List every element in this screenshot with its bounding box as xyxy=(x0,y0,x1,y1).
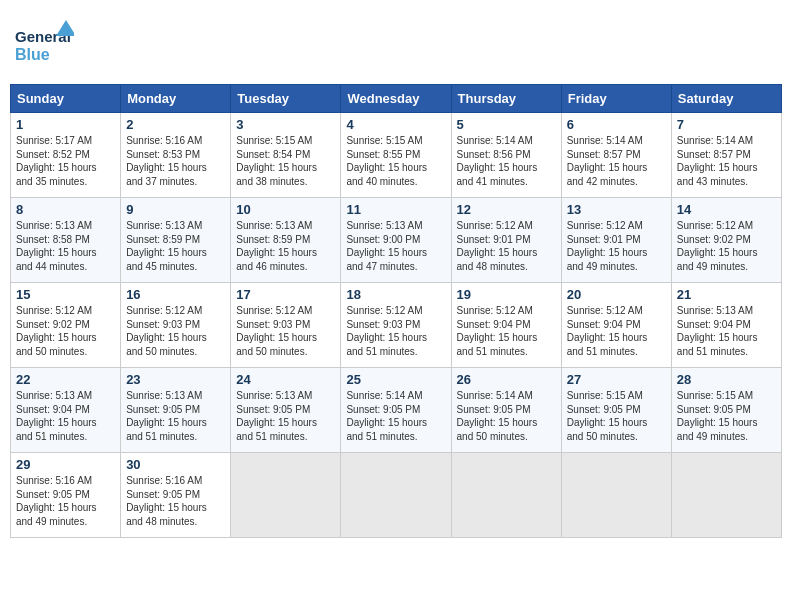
day-info: Sunrise: 5:13 AMSunset: 9:00 PMDaylight:… xyxy=(346,219,445,273)
calendar-cell: 24Sunrise: 5:13 AMSunset: 9:05 PMDayligh… xyxy=(231,368,341,453)
day-info: Sunrise: 5:12 AMSunset: 9:02 PMDaylight:… xyxy=(16,304,115,358)
day-number: 26 xyxy=(457,372,556,387)
day-info: Sunrise: 5:12 AMSunset: 9:03 PMDaylight:… xyxy=(346,304,445,358)
day-info: Sunrise: 5:17 AMSunset: 8:52 PMDaylight:… xyxy=(16,134,115,188)
svg-text:Blue: Blue xyxy=(15,46,50,63)
calendar-cell: 28Sunrise: 5:15 AMSunset: 9:05 PMDayligh… xyxy=(671,368,781,453)
day-info: Sunrise: 5:14 AMSunset: 9:05 PMDaylight:… xyxy=(457,389,556,443)
calendar-cell xyxy=(451,453,561,538)
day-number: 1 xyxy=(16,117,115,132)
calendar-cell: 3Sunrise: 5:15 AMSunset: 8:54 PMDaylight… xyxy=(231,113,341,198)
day-info: Sunrise: 5:13 AMSunset: 9:04 PMDaylight:… xyxy=(677,304,776,358)
day-info: Sunrise: 5:15 AMSunset: 8:54 PMDaylight:… xyxy=(236,134,335,188)
day-number: 5 xyxy=(457,117,556,132)
day-info: Sunrise: 5:13 AMSunset: 8:58 PMDaylight:… xyxy=(16,219,115,273)
day-info: Sunrise: 5:14 AMSunset: 9:05 PMDaylight:… xyxy=(346,389,445,443)
day-number: 30 xyxy=(126,457,225,472)
calendar-cell: 29Sunrise: 5:16 AMSunset: 9:05 PMDayligh… xyxy=(11,453,121,538)
day-info: Sunrise: 5:12 AMSunset: 9:02 PMDaylight:… xyxy=(677,219,776,273)
calendar-cell: 7Sunrise: 5:14 AMSunset: 8:57 PMDaylight… xyxy=(671,113,781,198)
day-info: Sunrise: 5:12 AMSunset: 9:03 PMDaylight:… xyxy=(126,304,225,358)
calendar-cell xyxy=(231,453,341,538)
page-header: General Blue xyxy=(10,10,782,76)
calendar-cell: 15Sunrise: 5:12 AMSunset: 9:02 PMDayligh… xyxy=(11,283,121,368)
day-info: Sunrise: 5:16 AMSunset: 9:05 PMDaylight:… xyxy=(16,474,115,528)
day-info: Sunrise: 5:13 AMSunset: 9:05 PMDaylight:… xyxy=(126,389,225,443)
day-number: 23 xyxy=(126,372,225,387)
day-number: 15 xyxy=(16,287,115,302)
header-monday: Monday xyxy=(121,85,231,113)
day-info: Sunrise: 5:14 AMSunset: 8:56 PMDaylight:… xyxy=(457,134,556,188)
day-number: 3 xyxy=(236,117,335,132)
day-info: Sunrise: 5:15 AMSunset: 8:55 PMDaylight:… xyxy=(346,134,445,188)
day-number: 29 xyxy=(16,457,115,472)
calendar-cell: 4Sunrise: 5:15 AMSunset: 8:55 PMDaylight… xyxy=(341,113,451,198)
calendar-cell: 10Sunrise: 5:13 AMSunset: 8:59 PMDayligh… xyxy=(231,198,341,283)
day-info: Sunrise: 5:13 AMSunset: 8:59 PMDaylight:… xyxy=(236,219,335,273)
day-info: Sunrise: 5:12 AMSunset: 9:04 PMDaylight:… xyxy=(457,304,556,358)
header-thursday: Thursday xyxy=(451,85,561,113)
logo: General Blue xyxy=(14,18,66,68)
day-number: 27 xyxy=(567,372,666,387)
logo-svg: General Blue xyxy=(14,18,74,73)
calendar-cell: 21Sunrise: 5:13 AMSunset: 9:04 PMDayligh… xyxy=(671,283,781,368)
calendar-cell: 1Sunrise: 5:17 AMSunset: 8:52 PMDaylight… xyxy=(11,113,121,198)
day-info: Sunrise: 5:15 AMSunset: 9:05 PMDaylight:… xyxy=(567,389,666,443)
day-info: Sunrise: 5:13 AMSunset: 9:05 PMDaylight:… xyxy=(236,389,335,443)
calendar-cell: 19Sunrise: 5:12 AMSunset: 9:04 PMDayligh… xyxy=(451,283,561,368)
calendar-header-row: SundayMondayTuesdayWednesdayThursdayFrid… xyxy=(11,85,782,113)
header-tuesday: Tuesday xyxy=(231,85,341,113)
day-number: 19 xyxy=(457,287,556,302)
day-info: Sunrise: 5:15 AMSunset: 9:05 PMDaylight:… xyxy=(677,389,776,443)
calendar-cell xyxy=(671,453,781,538)
day-info: Sunrise: 5:13 AMSunset: 9:04 PMDaylight:… xyxy=(16,389,115,443)
calendar-cell: 25Sunrise: 5:14 AMSunset: 9:05 PMDayligh… xyxy=(341,368,451,453)
day-number: 14 xyxy=(677,202,776,217)
calendar-cell: 12Sunrise: 5:12 AMSunset: 9:01 PMDayligh… xyxy=(451,198,561,283)
day-info: Sunrise: 5:16 AMSunset: 9:05 PMDaylight:… xyxy=(126,474,225,528)
day-number: 7 xyxy=(677,117,776,132)
calendar-cell xyxy=(561,453,671,538)
day-info: Sunrise: 5:16 AMSunset: 8:53 PMDaylight:… xyxy=(126,134,225,188)
day-info: Sunrise: 5:14 AMSunset: 8:57 PMDaylight:… xyxy=(677,134,776,188)
calendar-week-4: 22Sunrise: 5:13 AMSunset: 9:04 PMDayligh… xyxy=(11,368,782,453)
day-info: Sunrise: 5:13 AMSunset: 8:59 PMDaylight:… xyxy=(126,219,225,273)
calendar-week-2: 8Sunrise: 5:13 AMSunset: 8:58 PMDaylight… xyxy=(11,198,782,283)
day-info: Sunrise: 5:14 AMSunset: 8:57 PMDaylight:… xyxy=(567,134,666,188)
calendar-cell: 9Sunrise: 5:13 AMSunset: 8:59 PMDaylight… xyxy=(121,198,231,283)
day-info: Sunrise: 5:12 AMSunset: 9:01 PMDaylight:… xyxy=(457,219,556,273)
day-number: 9 xyxy=(126,202,225,217)
day-number: 6 xyxy=(567,117,666,132)
calendar-cell: 23Sunrise: 5:13 AMSunset: 9:05 PMDayligh… xyxy=(121,368,231,453)
calendar-cell: 27Sunrise: 5:15 AMSunset: 9:05 PMDayligh… xyxy=(561,368,671,453)
day-number: 20 xyxy=(567,287,666,302)
header-saturday: Saturday xyxy=(671,85,781,113)
calendar-cell: 17Sunrise: 5:12 AMSunset: 9:03 PMDayligh… xyxy=(231,283,341,368)
header-wednesday: Wednesday xyxy=(341,85,451,113)
calendar-cell: 26Sunrise: 5:14 AMSunset: 9:05 PMDayligh… xyxy=(451,368,561,453)
day-number: 18 xyxy=(346,287,445,302)
calendar-cell: 14Sunrise: 5:12 AMSunset: 9:02 PMDayligh… xyxy=(671,198,781,283)
calendar-table: SundayMondayTuesdayWednesdayThursdayFrid… xyxy=(10,84,782,538)
logo: General Blue xyxy=(14,18,66,68)
day-number: 25 xyxy=(346,372,445,387)
day-number: 22 xyxy=(16,372,115,387)
calendar-cell: 2Sunrise: 5:16 AMSunset: 8:53 PMDaylight… xyxy=(121,113,231,198)
calendar-week-3: 15Sunrise: 5:12 AMSunset: 9:02 PMDayligh… xyxy=(11,283,782,368)
calendar-cell: 22Sunrise: 5:13 AMSunset: 9:04 PMDayligh… xyxy=(11,368,121,453)
calendar-week-5: 29Sunrise: 5:16 AMSunset: 9:05 PMDayligh… xyxy=(11,453,782,538)
day-number: 16 xyxy=(126,287,225,302)
calendar-cell: 11Sunrise: 5:13 AMSunset: 9:00 PMDayligh… xyxy=(341,198,451,283)
calendar-cell: 30Sunrise: 5:16 AMSunset: 9:05 PMDayligh… xyxy=(121,453,231,538)
day-number: 8 xyxy=(16,202,115,217)
day-number: 12 xyxy=(457,202,556,217)
day-info: Sunrise: 5:12 AMSunset: 9:04 PMDaylight:… xyxy=(567,304,666,358)
header-sunday: Sunday xyxy=(11,85,121,113)
day-number: 13 xyxy=(567,202,666,217)
calendar-cell: 18Sunrise: 5:12 AMSunset: 9:03 PMDayligh… xyxy=(341,283,451,368)
day-number: 11 xyxy=(346,202,445,217)
day-number: 4 xyxy=(346,117,445,132)
day-number: 10 xyxy=(236,202,335,217)
calendar-cell: 8Sunrise: 5:13 AMSunset: 8:58 PMDaylight… xyxy=(11,198,121,283)
calendar-cell: 20Sunrise: 5:12 AMSunset: 9:04 PMDayligh… xyxy=(561,283,671,368)
